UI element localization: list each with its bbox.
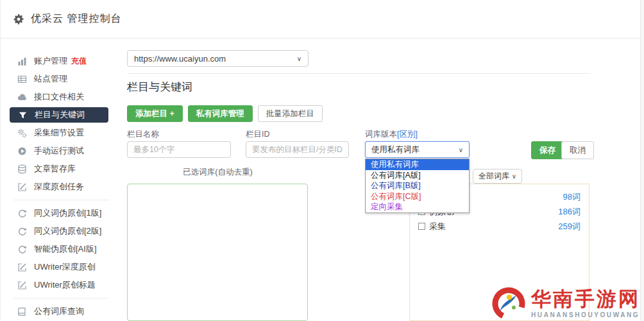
sidebar-item-label: 手动运行测试 bbox=[34, 145, 84, 157]
chevron-down-icon: ∨ bbox=[512, 173, 516, 180]
lexicon-difference-link[interactable]: [区别] bbox=[397, 130, 418, 139]
sidebar-item-synonym-1[interactable]: 同义词伪原创[1版] bbox=[1, 204, 127, 222]
sidebar-item-ai-original[interactable]: 智能伪原创[AI版] bbox=[1, 240, 127, 258]
sidebar-item-manual-test[interactable]: 手动运行测试 bbox=[1, 142, 127, 160]
sidebar-item-article-cache[interactable]: 文章暂存库 bbox=[1, 160, 127, 178]
lexicon-version-label-text: 词库版本 bbox=[365, 130, 397, 139]
cancel-button[interactable]: 取消 bbox=[561, 141, 594, 159]
bar-chart-icon bbox=[17, 56, 27, 66]
sidebar-item-label: UWriter深度原创 bbox=[34, 261, 96, 273]
sidebar-item-public-lexicon-query[interactable]: 公有词库查询 bbox=[1, 302, 127, 320]
lexicon-word-count: 259词 bbox=[558, 221, 580, 232]
refresh-icon bbox=[17, 244, 27, 254]
save-button[interactable]: 保存 bbox=[531, 141, 564, 159]
edit-icon bbox=[17, 280, 27, 290]
sidebar-item-label: UWriter原创标题 bbox=[34, 279, 96, 291]
column-id-input[interactable] bbox=[246, 141, 349, 158]
watermark-logo-icon bbox=[491, 286, 526, 321]
database-icon bbox=[17, 164, 27, 174]
sidebar-item-label: 公有词库查询 bbox=[34, 306, 84, 317]
grid-icon bbox=[17, 74, 27, 84]
column-id-label: 栏目ID bbox=[246, 129, 270, 140]
watermark-subtitle: HUANANSHOUYOUWANG bbox=[531, 311, 640, 318]
sidebar-item-account-management[interactable]: 账户管理 充值 bbox=[1, 52, 127, 70]
sidebar-item-label: 站点管理 bbox=[34, 73, 67, 85]
column-name-input[interactable] bbox=[127, 141, 231, 158]
lexicon-version-dropdown: 使用私有词库 公有词库[A版] 公有词库[B版] 公有词库[C版] 定向采集 bbox=[365, 159, 470, 213]
play-icon bbox=[17, 146, 27, 156]
batch-add-columns-button[interactable]: 批量添加栏目 bbox=[258, 105, 323, 122]
sidebar-item-label: 智能伪原创[AI版] bbox=[34, 243, 97, 255]
lexicon-row-label: 采集 bbox=[429, 221, 446, 232]
sidebar-item-label: 采集细节设置 bbox=[34, 127, 84, 139]
selected-lexicon-box[interactable] bbox=[127, 184, 308, 321]
lexicon-word-count: 98词 bbox=[563, 191, 580, 203]
sidebar-item-api-files[interactable]: 接口文件相关 bbox=[1, 88, 127, 106]
toolbar: 添加栏目 + 私有词库管理 批量添加栏目 bbox=[127, 105, 323, 122]
sidebar-divider bbox=[13, 200, 109, 200]
dropdown-option-public-b[interactable]: 公有词库[B版] bbox=[366, 180, 469, 191]
lexicon-row: 采集 259词 bbox=[410, 219, 589, 234]
gear-icon bbox=[13, 13, 24, 25]
scrollbar[interactable] bbox=[640, 0, 644, 321]
book-icon bbox=[17, 306, 27, 317]
lexicon-checkbox[interactable] bbox=[418, 223, 425, 230]
sidebar-divider bbox=[13, 298, 109, 299]
site-select-value: https://www.ucaiyun.com bbox=[134, 54, 226, 64]
section-divider bbox=[127, 73, 591, 74]
cloud-icon bbox=[17, 92, 27, 102]
site-watermark: 华南手游网 HUANANSHOUYOUWANG bbox=[491, 286, 640, 321]
sidebar-item-synonym-2[interactable]: 同义词伪原创[2版] bbox=[1, 222, 127, 240]
manage-private-lexicon-button[interactable]: 私有词库管理 bbox=[188, 105, 253, 122]
header: 优采云 管理控制台 bbox=[1, 0, 641, 39]
dropdown-option-private[interactable]: 使用私有词库 bbox=[366, 159, 469, 170]
sidebar-item-collect-settings[interactable]: 采集细节设置 bbox=[1, 124, 127, 142]
sidebar-item-label: 同义词伪原创[1版] bbox=[34, 207, 101, 219]
sidebar-item-label: 接口文件相关 bbox=[34, 91, 84, 103]
add-column-button[interactable]: 添加栏目 + bbox=[127, 105, 183, 122]
app-title: 优采云 管理控制台 bbox=[31, 12, 121, 26]
dropdown-option-public-a[interactable]: 公有词库[A版] bbox=[366, 170, 469, 181]
sidebar-item-site-management[interactable]: 站点管理 bbox=[1, 70, 127, 88]
refresh-icon bbox=[17, 208, 27, 218]
chevron-down-icon: ∨ bbox=[297, 55, 301, 62]
lexicon-filter-value: 全部词库 bbox=[479, 171, 509, 182]
edit-icon bbox=[17, 182, 27, 192]
sidebar-item-deep-original-task[interactable]: 深度原创任务 bbox=[1, 178, 127, 196]
lexicon-version-value: 使用私有词库 bbox=[371, 144, 419, 155]
lexicon-version-label: 词库版本[区别] bbox=[365, 129, 418, 140]
page-title: 栏目与关键词 bbox=[127, 80, 192, 94]
sidebar-item-columns-keywords[interactable]: 栏目与关键词 bbox=[10, 107, 108, 123]
funnel-icon bbox=[17, 110, 28, 120]
sidebar-item-label: 账户管理 bbox=[34, 55, 67, 67]
sidebar-item-uwriter-deep[interactable]: UWriter深度原创 bbox=[1, 258, 127, 276]
sidebar-item-label: 栏目与关键词 bbox=[35, 109, 85, 121]
sidebar: 账户管理 充值 站点管理 接口文件相关 栏目与关键词 采集细节设置 bbox=[1, 39, 127, 320]
dropdown-option-public-c[interactable]: 公有词库[C版] bbox=[366, 191, 469, 202]
gears-icon bbox=[17, 128, 27, 138]
edit-icon bbox=[17, 262, 27, 272]
lexicon-word-count: 186词 bbox=[558, 206, 580, 218]
selected-lexicon-label: 已选词库(自动去重) bbox=[127, 167, 309, 178]
column-name-label: 栏目名称 bbox=[127, 129, 159, 140]
dropdown-option-directed-collect[interactable]: 定向采集 bbox=[366, 202, 469, 213]
sidebar-item-label: 同义词伪原创[2版] bbox=[34, 225, 101, 237]
lexicon-filter-select[interactable]: 全部词库 ∨ bbox=[473, 169, 522, 184]
recharge-badge[interactable]: 充值 bbox=[71, 56, 87, 67]
chevron-down-icon: ∨ bbox=[459, 146, 463, 153]
site-select[interactable]: https://www.ucaiyun.com ∨ bbox=[127, 50, 309, 67]
sidebar-item-label: 深度原创任务 bbox=[34, 181, 84, 193]
refresh-icon bbox=[17, 226, 27, 236]
lexicon-version-select[interactable]: 使用私有词库 ∨ bbox=[365, 141, 470, 158]
sidebar-item-label: 文章暂存库 bbox=[34, 163, 76, 175]
app-window: 优采云 管理控制台 账户管理 充值 站点管理 接口文件相关 bbox=[0, 0, 644, 321]
sidebar-item-uwriter-title[interactable]: UWriter原创标题 bbox=[1, 276, 127, 294]
watermark-title: 华南手游网 bbox=[531, 289, 640, 310]
